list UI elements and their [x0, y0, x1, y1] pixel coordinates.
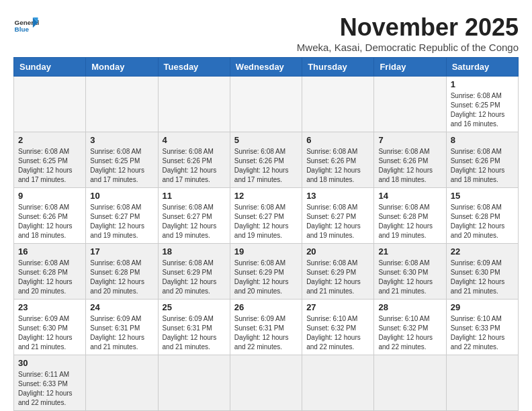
day-info: Sunrise: 6:10 AM Sunset: 6:32 PM Dayligh… [306, 314, 369, 352]
day-info: Sunrise: 6:08 AM Sunset: 6:30 PM Dayligh… [378, 259, 441, 296]
calendar-day-cell: 8Sunrise: 6:08 AM Sunset: 6:26 PM Daylig… [446, 132, 518, 188]
day-number: 17 [90, 246, 153, 257]
calendar-week-row: 9Sunrise: 6:08 AM Sunset: 6:26 PM Daylig… [14, 188, 519, 244]
day-number: 8 [451, 135, 514, 145]
calendar-day-cell: 28Sunrise: 6:10 AM Sunset: 6:32 PM Dayli… [374, 300, 446, 355]
day-number: 1 [451, 79, 514, 89]
day-info: Sunrise: 6:08 AM Sunset: 6:26 PM Dayligh… [18, 203, 81, 240]
day-number: 12 [234, 191, 298, 201]
calendar-table: SundayMondayTuesdayWednesdayThursdayFrid… [13, 57, 519, 411]
day-info: Sunrise: 6:08 AM Sunset: 6:28 PM Dayligh… [451, 203, 514, 240]
col-header-wednesday: Wednesday [230, 58, 302, 77]
calendar-day-cell: 6Sunrise: 6:08 AM Sunset: 6:26 PM Daylig… [302, 132, 374, 188]
title-area: November 2025 Mweka, Kasai, Democratic R… [297, 13, 519, 53]
calendar-day-cell [86, 77, 158, 132]
day-info: Sunrise: 6:08 AM Sunset: 6:28 PM Dayligh… [90, 259, 153, 296]
day-number: 9 [18, 191, 81, 201]
calendar-day-cell: 14Sunrise: 6:08 AM Sunset: 6:28 PM Dayli… [374, 188, 446, 244]
calendar-day-cell: 17Sunrise: 6:08 AM Sunset: 6:28 PM Dayli… [86, 244, 158, 300]
subtitle: Mweka, Kasai, Democratic Republic of the… [297, 42, 519, 53]
day-info: Sunrise: 6:08 AM Sunset: 6:25 PM Dayligh… [451, 91, 514, 129]
calendar-week-row: 16Sunrise: 6:08 AM Sunset: 6:28 PM Dayli… [14, 244, 519, 300]
calendar-day-cell [374, 77, 446, 132]
day-info: Sunrise: 6:08 AM Sunset: 6:26 PM Dayligh… [378, 147, 441, 185]
calendar-day-cell: 13Sunrise: 6:08 AM Sunset: 6:27 PM Dayli… [302, 188, 374, 244]
calendar-day-cell: 12Sunrise: 6:08 AM Sunset: 6:27 PM Dayli… [230, 188, 302, 244]
calendar-day-cell: 5Sunrise: 6:08 AM Sunset: 6:26 PM Daylig… [230, 132, 302, 188]
calendar-day-cell: 18Sunrise: 6:08 AM Sunset: 6:29 PM Dayli… [158, 244, 230, 300]
day-number: 28 [378, 302, 441, 312]
day-info: Sunrise: 6:08 AM Sunset: 6:29 PM Dayligh… [163, 259, 226, 296]
calendar-week-row: 1Sunrise: 6:08 AM Sunset: 6:25 PM Daylig… [14, 77, 519, 132]
day-info: Sunrise: 6:09 AM Sunset: 6:30 PM Dayligh… [451, 259, 514, 296]
calendar-day-cell [158, 77, 230, 132]
day-info: Sunrise: 6:10 AM Sunset: 6:33 PM Dayligh… [451, 314, 514, 352]
day-number: 3 [90, 135, 153, 145]
calendar-day-cell [158, 355, 230, 411]
col-header-saturday: Saturday [446, 58, 518, 77]
day-number: 29 [451, 302, 514, 312]
calendar-day-cell: 29Sunrise: 6:10 AM Sunset: 6:33 PM Dayli… [446, 300, 518, 355]
calendar-day-cell: 27Sunrise: 6:10 AM Sunset: 6:32 PM Dayli… [302, 300, 374, 355]
day-info: Sunrise: 6:08 AM Sunset: 6:27 PM Dayligh… [306, 203, 369, 240]
calendar-day-cell [86, 355, 158, 411]
day-info: Sunrise: 6:09 AM Sunset: 6:31 PM Dayligh… [163, 314, 226, 352]
day-info: Sunrise: 6:09 AM Sunset: 6:31 PM Dayligh… [234, 314, 298, 352]
day-number: 16 [18, 246, 81, 257]
calendar-day-cell: 3Sunrise: 6:08 AM Sunset: 6:25 PM Daylig… [86, 132, 158, 188]
day-number: 15 [451, 191, 514, 201]
month-title: November 2025 [297, 13, 519, 42]
col-header-monday: Monday [86, 58, 158, 77]
day-number: 27 [306, 302, 369, 312]
day-number: 11 [163, 191, 226, 201]
day-number: 21 [378, 246, 441, 257]
calendar-day-cell: 9Sunrise: 6:08 AM Sunset: 6:26 PM Daylig… [14, 188, 86, 244]
calendar-day-cell: 23Sunrise: 6:09 AM Sunset: 6:30 PM Dayli… [14, 300, 86, 355]
calendar-day-cell [230, 355, 302, 411]
svg-text:Blue: Blue [15, 26, 30, 33]
calendar-day-cell [374, 355, 446, 411]
calendar-day-cell: 19Sunrise: 6:08 AM Sunset: 6:29 PM Dayli… [230, 244, 302, 300]
day-info: Sunrise: 6:08 AM Sunset: 6:26 PM Dayligh… [163, 147, 226, 185]
day-info: Sunrise: 6:08 AM Sunset: 6:26 PM Dayligh… [451, 147, 514, 185]
calendar-day-cell: 10Sunrise: 6:08 AM Sunset: 6:27 PM Dayli… [86, 188, 158, 244]
calendar-day-cell: 20Sunrise: 6:08 AM Sunset: 6:29 PM Dayli… [302, 244, 374, 300]
calendar-day-cell: 16Sunrise: 6:08 AM Sunset: 6:28 PM Dayli… [14, 244, 86, 300]
calendar-day-cell: 26Sunrise: 6:09 AM Sunset: 6:31 PM Dayli… [230, 300, 302, 355]
day-info: Sunrise: 6:08 AM Sunset: 6:26 PM Dayligh… [234, 147, 298, 185]
day-number: 26 [234, 302, 298, 312]
calendar-day-cell [14, 77, 86, 132]
day-info: Sunrise: 6:08 AM Sunset: 6:26 PM Dayligh… [306, 147, 369, 185]
day-info: Sunrise: 6:08 AM Sunset: 6:25 PM Dayligh… [90, 147, 153, 185]
calendar-day-cell [230, 77, 302, 132]
day-info: Sunrise: 6:08 AM Sunset: 6:27 PM Dayligh… [90, 203, 153, 240]
day-number: 24 [90, 302, 153, 312]
day-info: Sunrise: 6:10 AM Sunset: 6:32 PM Dayligh… [378, 314, 441, 352]
calendar-day-cell: 4Sunrise: 6:08 AM Sunset: 6:26 PM Daylig… [158, 132, 230, 188]
day-number: 14 [378, 191, 441, 201]
day-number: 4 [163, 135, 226, 145]
calendar-day-cell [446, 355, 518, 411]
calendar-week-row: 23Sunrise: 6:09 AM Sunset: 6:30 PM Dayli… [14, 300, 519, 355]
calendar-day-cell: 2Sunrise: 6:08 AM Sunset: 6:25 PM Daylig… [14, 132, 86, 188]
day-number: 20 [306, 246, 369, 257]
day-info: Sunrise: 6:08 AM Sunset: 6:27 PM Dayligh… [234, 203, 298, 240]
day-number: 6 [306, 135, 369, 145]
day-number: 30 [18, 358, 81, 368]
calendar-week-row: 30Sunrise: 6:11 AM Sunset: 6:33 PM Dayli… [14, 355, 519, 411]
day-number: 5 [234, 135, 298, 145]
calendar-day-cell: 30Sunrise: 6:11 AM Sunset: 6:33 PM Dayli… [14, 355, 86, 411]
day-info: Sunrise: 6:08 AM Sunset: 6:25 PM Dayligh… [18, 147, 81, 185]
day-info: Sunrise: 6:08 AM Sunset: 6:28 PM Dayligh… [18, 259, 81, 296]
col-header-sunday: Sunday [14, 58, 86, 77]
calendar-day-cell: 21Sunrise: 6:08 AM Sunset: 6:30 PM Dayli… [374, 244, 446, 300]
day-number: 18 [163, 246, 226, 257]
day-number: 7 [378, 135, 441, 145]
calendar-day-cell: 11Sunrise: 6:08 AM Sunset: 6:27 PM Dayli… [158, 188, 230, 244]
calendar-week-row: 2Sunrise: 6:08 AM Sunset: 6:25 PM Daylig… [14, 132, 519, 188]
day-number: 23 [18, 302, 81, 312]
calendar-day-cell [302, 77, 374, 132]
calendar-day-cell: 22Sunrise: 6:09 AM Sunset: 6:30 PM Dayli… [446, 244, 518, 300]
day-info: Sunrise: 6:08 AM Sunset: 6:29 PM Dayligh… [306, 259, 369, 296]
day-info: Sunrise: 6:09 AM Sunset: 6:31 PM Dayligh… [90, 314, 153, 352]
